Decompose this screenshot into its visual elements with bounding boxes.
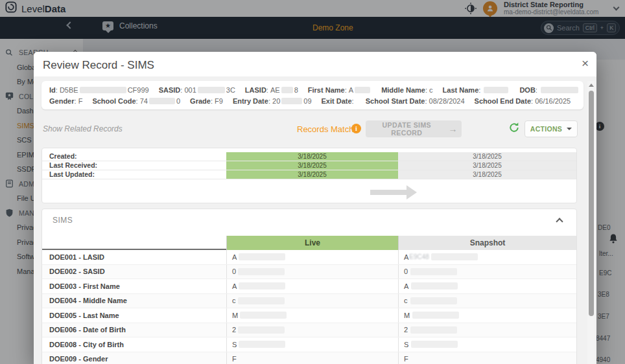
actions-label: ACTIONS [530, 125, 562, 133]
modal-title: Review Record - SIMS [43, 59, 154, 72]
sims-comparison-card: SIMS Live Snapshot DOE001 - LASID A AE9C… [41, 209, 577, 364]
date-live-value: 3/18/2025 [226, 152, 398, 161]
live-value: 2 [226, 323, 398, 337]
date-row-label: Created: [42, 152, 226, 161]
record-summary-row-1: Id: D5BECF999 SASID: 0013C LASID: AE8 Fi… [49, 84, 576, 95]
record-field: LASID: AE8 [245, 86, 298, 94]
live-value: c [226, 294, 398, 308]
date-row-label: Last Updated: [42, 170, 226, 179]
update-sims-record-button[interactable]: UPDATE SIMS RECORD → [366, 120, 462, 137]
table-row: DOE004 - Middle Name c c [42, 294, 576, 309]
snapshot-value: c [398, 294, 576, 308]
table-row: DOE003 - First Name A A [42, 279, 576, 294]
live-value: M [226, 308, 398, 323]
field-name: DOE005 - Last Name [42, 308, 226, 323]
modal-scrollbar[interactable] [587, 81, 595, 364]
field-name: DOE002 - SASID [42, 265, 226, 279]
table-row: DOE005 - Last Name M M [42, 308, 576, 323]
update-sims-record-label: UPDATE SIMS RECORD [370, 121, 444, 137]
date-snapshot-value: 3/18/2025 [398, 170, 576, 179]
records-match-info-icon[interactable]: i [351, 124, 361, 133]
record-field: School Code: 740 [92, 97, 180, 105]
actions-dropdown-button[interactable]: ACTIONS [525, 120, 578, 137]
app-screen: LevelData District Stat [0, 0, 625, 364]
date-live-value: 3/18/2025 [226, 161, 398, 170]
show-related-records-link[interactable]: Show Related Records [43, 124, 123, 133]
arrow-right-icon: → [449, 124, 458, 134]
snapshot-value: S [398, 337, 576, 352]
date-row: Last Updated: 3/18/2025 3/18/2025 [42, 170, 576, 179]
field-name: DOE004 - Middle Name [42, 294, 226, 308]
field-name: DOE003 - First Name [42, 279, 226, 293]
date-snapshot-value: 3/18/2025 [398, 161, 576, 170]
close-icon[interactable]: × [582, 56, 589, 71]
redacted-value [239, 341, 285, 348]
redacted-value [411, 282, 458, 290]
snapshot-value: 2 [398, 323, 576, 337]
record-field: Gender: F [49, 97, 82, 105]
record-field: First Name: A [308, 86, 371, 94]
record-field: School End Date: 06/16/2025 [475, 97, 571, 105]
live-value: 0 [226, 265, 398, 279]
record-dates-card: Created: 3/18/2025 3/18/2025 Last Receiv… [41, 148, 577, 203]
field-name: DOE008 - City of Birth [42, 337, 226, 352]
redacted-value [410, 326, 457, 334]
record-summary-card: Id: D5BECF999 SASID: 0013C LASID: AE8 Fi… [41, 81, 584, 109]
redacted-value [239, 253, 285, 260]
redacted-value [238, 326, 285, 334]
redacted-value [431, 253, 478, 260]
table-row: DOE002 - SASID 0 0 [42, 265, 576, 280]
redacted-value [240, 312, 287, 319]
table-row: DOE008 - City of Birth S S [42, 337, 576, 352]
date-row: Last Received: 3/18/2025 3/18/2025 [42, 161, 576, 170]
review-record-modal: Review Record - SIMS × Id: D5BECF999 SAS… [34, 52, 596, 364]
scrollbar-thumb[interactable] [589, 91, 594, 316]
redacted-value [410, 268, 457, 275]
record-summary-row-2: Gender: F School Code: 740 Grade: F9 Ent… [49, 95, 576, 106]
redacted-value [411, 341, 458, 348]
table-row: DOE006 - Date of Birth 2 2 [42, 323, 576, 338]
redacted-value [238, 297, 285, 304]
snapshot-value: A [398, 279, 576, 293]
table-row: DOE009 - Gender F F [42, 352, 576, 364]
field-name: DOE009 - Gender [42, 352, 226, 364]
redacted-value [412, 312, 459, 319]
refresh-icon [508, 122, 520, 133]
scroll-up-icon[interactable] [589, 84, 594, 87]
record-field: Exit Date: [322, 97, 356, 105]
record-field: DOB: [519, 86, 580, 94]
date-row: Created: 3/18/2025 3/18/2025 [42, 152, 576, 161]
record-field: Id: D5BECF999 [49, 86, 149, 94]
redacted-value [410, 297, 457, 304]
record-field: School Start Date: 08/28/2024 [366, 97, 465, 105]
live-value: A [226, 250, 398, 264]
record-field: SASID: 0013C [159, 86, 235, 94]
snapshot-column-header: Snapshot [398, 236, 576, 250]
record-field: Entry Date: 2009 [233, 97, 312, 105]
snapshot-value: M [398, 308, 576, 323]
chevron-down-icon [567, 128, 572, 130]
field-column-header [42, 236, 226, 250]
record-field: Middle Name: c [381, 86, 432, 94]
collapse-section-icon[interactable] [556, 218, 563, 225]
live-value: S [226, 337, 398, 352]
field-name: DOE006 - Date of Birth [42, 323, 226, 337]
comparison-table-header: Live Snapshot [42, 236, 576, 250]
date-row-label: Last Received: [42, 161, 226, 170]
live-to-snapshot-arrow-icon [370, 185, 419, 199]
date-snapshot-value: 3/18/2025 [398, 152, 576, 161]
record-field: Grade: F9 [190, 97, 223, 105]
field-name: DOE001 - LASID [42, 250, 226, 264]
sims-section-title: SIMS [53, 216, 73, 225]
record-field: Last Name: [443, 86, 510, 94]
redacted-value [238, 268, 285, 275]
records-match-status: Records Match [297, 124, 353, 134]
live-value: F [226, 352, 398, 364]
live-value: A [226, 279, 398, 293]
table-row: DOE001 - LASID A AE9C48 [42, 250, 576, 265]
refresh-button[interactable] [508, 122, 521, 135]
date-live-value: 3/18/2025 [226, 170, 398, 179]
redacted-value [239, 282, 285, 290]
snapshot-value: F [398, 352, 576, 364]
snapshot-value: 0 [398, 265, 576, 279]
